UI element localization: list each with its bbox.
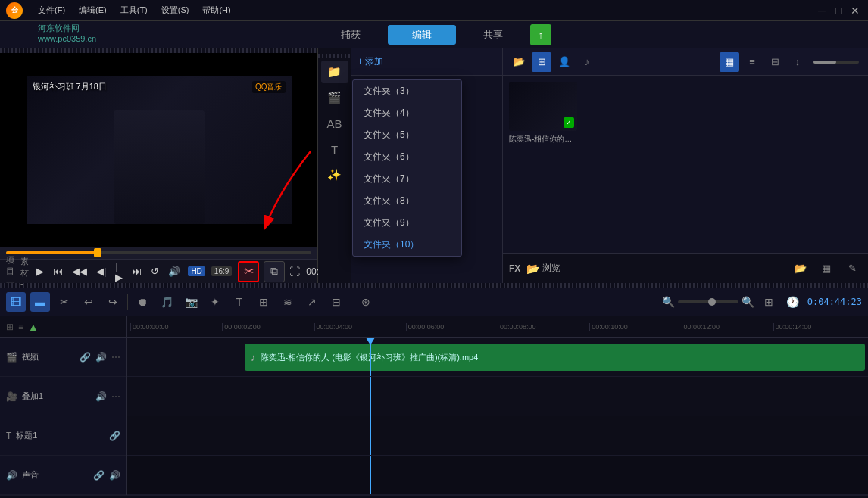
rewind-button[interactable]: ◀◀	[70, 264, 89, 279]
menu-file[interactable]: 文件(F)	[32, 3, 71, 17]
timeline-handle[interactable]	[94, 248, 101, 257]
zoom-slider-right[interactable]	[813, 61, 859, 64]
media-add-button[interactable]: + 添加	[358, 55, 383, 68]
dropdown-item-2[interactable]: 文件夹（5）	[353, 124, 461, 146]
tl-btn-more2[interactable]: ⊛	[356, 292, 376, 312]
audio-volume-icon[interactable]: 🔊	[109, 470, 120, 481]
audio-link-icon[interactable]: 🔗	[93, 470, 105, 481]
right-btn-grid[interactable]: ⊞	[532, 52, 551, 72]
sidebar-icon-media[interactable]: 📁	[321, 61, 348, 83]
tl-btn-cut[interactable]: ✂	[55, 292, 74, 312]
preview-area: 银河补习班 7月18日 QQ音乐 项目一 素材 - ▶ ⏮ ◀◀ ◀| |▶ ⏭…	[0, 48, 318, 283]
tl-btn-arrow[interactable]: ↗	[302, 292, 322, 312]
timeline-bar[interactable]	[6, 251, 311, 254]
tl-sep1	[127, 294, 128, 310]
loop-button[interactable]: ↺	[149, 264, 161, 279]
minimize-button[interactable]: ─	[815, 4, 829, 17]
ruler-mark-1: 00:00:02:00	[222, 323, 314, 331]
copy-button[interactable]: ⧉	[264, 261, 285, 282]
tl-btn-fx[interactable]: ✦	[205, 292, 225, 312]
sidebar-icon-text[interactable]: AB	[321, 112, 348, 135]
fx-btn1[interactable]: 📂	[791, 259, 810, 279]
play-button[interactable]: ▶	[35, 264, 45, 279]
overlay-volume-icon[interactable]: 🔊	[95, 391, 107, 402]
dropdown-item-7[interactable]: 文件夹（10）	[353, 234, 461, 256]
tl-btn-audio[interactable]: 🎵	[157, 292, 176, 312]
dropdown-item-4[interactable]: 文件夹（7）	[353, 168, 461, 190]
tl-btn-track[interactable]: ▬	[30, 292, 50, 312]
right-btn-sort[interactable]: ↕	[788, 52, 807, 72]
audio-track-name: 声音	[22, 469, 89, 481]
zoom-slider[interactable]	[678, 300, 738, 303]
browse-btn[interactable]: 📂 浏览	[526, 262, 560, 275]
tab-edit[interactable]: 编辑	[388, 25, 456, 45]
ruler-mark-2: 00:00:04:00	[314, 323, 406, 331]
title-link-icon[interactable]: 🔗	[109, 431, 120, 441]
ruler-mark-6: 00:00:12:00	[682, 323, 773, 331]
video-link-icon[interactable]: 🔗	[80, 352, 91, 363]
zoom-in-icon[interactable]: 🔍	[742, 296, 754, 308]
volume-button[interactable]: 🔊	[167, 264, 182, 279]
maximize-button[interactable]: □	[832, 4, 845, 17]
right-btn-view2[interactable]: ≡	[742, 52, 762, 72]
zoom-handle[interactable]	[708, 298, 716, 306]
audio-track-row	[127, 456, 868, 495]
cut-button[interactable]: ✂	[238, 261, 259, 282]
video-volume-icon[interactable]: 🔊	[95, 352, 107, 363]
title-track-icon: T	[6, 431, 11, 441]
track-labels: ⊞ ≡ ▲ 🎬 视频 🔗 🔊 ⋯ 🎥 叠加1 🔊 ⋯ T	[0, 316, 127, 495]
track-label-audio: 🔊 声音 🔗 🔊	[0, 456, 126, 495]
right-btn-view1[interactable]: ▦	[720, 52, 739, 72]
fullscreen-button[interactable]: ⛶	[289, 266, 300, 278]
menu-help[interactable]: 帮助(H)	[196, 3, 236, 17]
tl-btn-split[interactable]: ⊞	[254, 292, 273, 312]
tl-sep2	[351, 294, 351, 310]
tl-btn-clip[interactable]: 🎞	[6, 292, 26, 312]
tl-btn-undo[interactable]: ↩	[79, 292, 98, 312]
right-btn-person[interactable]: 👤	[554, 52, 574, 72]
sidebar-icon-title[interactable]: T	[321, 138, 348, 160]
preview-timeline[interactable]	[0, 247, 317, 259]
right-btn-music[interactable]: ♪	[577, 52, 597, 72]
browse-label[interactable]: 浏览	[542, 262, 560, 275]
dropdown-item-3[interactable]: 文件夹（6）	[353, 146, 461, 168]
tl-btn-text[interactable]: T	[229, 292, 249, 312]
tab-share[interactable]: 共享	[459, 25, 527, 45]
fx-btn3[interactable]: ✎	[842, 259, 862, 279]
zoom-out-icon[interactable]: 🔍	[662, 296, 675, 308]
dropdown-item-6[interactable]: 文件夹（9）	[353, 212, 461, 234]
sidebar-icon-video[interactable]: 🎬	[321, 86, 348, 109]
playhead[interactable]	[370, 338, 371, 376]
fx-btn2[interactable]: ▦	[816, 259, 836, 279]
track-header-icon2[interactable]: ≡	[18, 322, 23, 332]
tl-btn-snapshot[interactable]: 📷	[181, 292, 201, 312]
dropdown-item-5[interactable]: 文件夹（8）	[353, 190, 461, 212]
tl-btn-clock[interactable]: 🕐	[783, 292, 803, 312]
tab-capture[interactable]: 捕获	[317, 25, 385, 45]
tl-btn-more1[interactable]: ≋	[278, 292, 298, 312]
close-button[interactable]: ✕	[848, 4, 862, 17]
tl-btn-redo[interactable]: ↪	[103, 292, 123, 312]
menu-edit[interactable]: 编辑(E)	[73, 3, 113, 17]
tl-btn-snap[interactable]: ⊟	[326, 292, 346, 312]
dropdown-item-0[interactable]: 文件夹（3）	[353, 80, 461, 102]
media-thumbnail[interactable]: ✓	[509, 82, 577, 131]
overlay-more-icon[interactable]: ⋯	[111, 391, 120, 402]
menu-tools[interactable]: 工具(T)	[114, 3, 154, 17]
right-btn-folder[interactable]: 📂	[509, 52, 529, 72]
step-back-button[interactable]: ◀|	[95, 264, 108, 279]
menu-settings[interactable]: 设置(S)	[155, 3, 195, 17]
video-clip[interactable]: ♪ 陈奕迅-相信你的人 (电影《银河补习班》推广曲)(标清).mp4	[245, 344, 865, 371]
tl-btn-zoom-fit[interactable]: ⊞	[759, 292, 779, 312]
step-forward-button[interactable]: |▶	[114, 259, 124, 285]
right-btn-view3[interactable]: ⊟	[765, 52, 785, 72]
next-frame-button[interactable]: ⏭	[130, 264, 143, 279]
prev-frame-button[interactable]: ⏮	[52, 264, 64, 279]
sidebar-icon-effects[interactable]: ✨	[321, 163, 348, 186]
track-header-icon1[interactable]: ⊞	[6, 322, 14, 332]
dropdown-item-1[interactable]: 文件夹（4）	[353, 102, 461, 124]
upload-button[interactable]: ↑	[530, 24, 551, 45]
track-add-icon[interactable]: ▲	[28, 321, 39, 333]
video-more-icon[interactable]: ⋯	[111, 352, 120, 363]
tl-btn-record[interactable]: ⏺	[133, 292, 152, 312]
